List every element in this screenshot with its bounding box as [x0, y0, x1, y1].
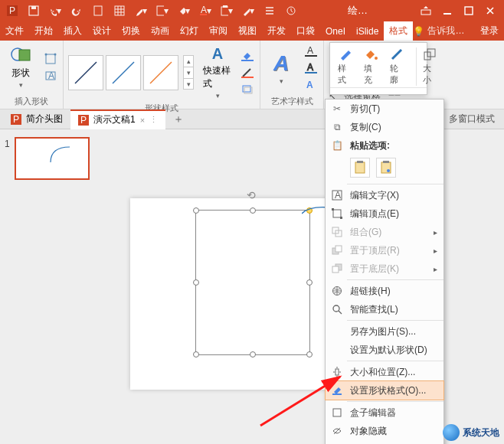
svg-text:P: P — [13, 114, 19, 125]
resize-handle[interactable] — [306, 279, 313, 286]
pagesetup-icon[interactable]: ▾ — [156, 5, 169, 17]
tab-onekey[interactable]: OneI — [320, 21, 351, 41]
resize-handle[interactable] — [250, 207, 256, 214]
tab-slideshow[interactable]: 幻灯 — [175, 21, 204, 41]
window-controls — [412, 2, 504, 20]
group-insert-shape: 形状▾ A 插入形状 — [0, 41, 64, 109]
mini-format-toolbar: 样式 填充 轮廓 大小 — [329, 42, 427, 95]
rotate-handle-icon[interactable]: ⟲ — [247, 189, 256, 201]
save-icon[interactable] — [28, 5, 40, 17]
tab-pocket[interactable]: 口袋 — [291, 21, 320, 41]
paste-icon: 📋 — [330, 140, 344, 151]
menu-cut[interactable]: ✂剪切(T) — [326, 100, 443, 118]
svg-rect-39 — [427, 49, 435, 57]
menu-edit-text[interactable]: A编辑文字(X) — [326, 186, 443, 204]
globe-icon — [443, 424, 460, 441]
size-button[interactable]: 大小 — [416, 47, 437, 86]
shape-fill-icon[interactable] — [240, 48, 255, 64]
text-fill-icon[interactable]: A — [303, 44, 319, 59]
paste-picture[interactable] — [376, 158, 396, 178]
autosave-icon[interactable] — [285, 5, 297, 17]
bulb-icon: 💡 — [413, 26, 424, 37]
menu-size-position[interactable]: 大小和位置(Z)... — [326, 363, 443, 381]
app-icon: P — [6, 5, 18, 17]
svg-text:A: A — [306, 80, 313, 90]
tab-animation[interactable]: 动画 — [146, 21, 175, 41]
close-icon[interactable] — [481, 2, 499, 20]
svg-point-48 — [387, 169, 390, 172]
paste-dest-theme[interactable] — [350, 158, 370, 178]
close-tab-icon[interactable]: × — [140, 116, 145, 125]
chevron-up-icon: ▴ — [183, 55, 194, 67]
menu-edit-points[interactable]: 编辑顶点(E) — [326, 204, 443, 223]
fill-button[interactable]: 填充 — [364, 47, 379, 86]
tab-transition[interactable]: 切换 — [116, 21, 146, 41]
tab-format[interactable]: 格式 — [384, 21, 413, 41]
tab-menu-icon[interactable]: ⋮ — [149, 115, 158, 125]
gallery-scroll[interactable]: ▴▾▾ — [183, 55, 194, 90]
slide-thumbnail[interactable]: 1 — [5, 137, 95, 180]
wordart-gallery[interactable]: A ▾ — [265, 50, 297, 87]
menu-lock-object[interactable]: 对象加锁 — [326, 440, 443, 444]
tab-view[interactable]: 视图 — [233, 21, 262, 41]
quick-styles-button[interactable]: A 快速样式▾ — [201, 44, 234, 101]
doc-tab-2[interactable]: P 演示文稿1 × ⋮ — [70, 109, 165, 129]
resize-handle[interactable] — [193, 351, 199, 357]
style-button[interactable]: 样式 — [338, 47, 353, 86]
edit-shape-icon[interactable] — [43, 51, 58, 67]
menu-smart-lookup[interactable]: 智能查找(L) — [326, 300, 443, 318]
shape-style-gallery[interactable] — [68, 55, 178, 90]
outline-button[interactable]: 轮廓 — [390, 47, 405, 86]
resize-handle[interactable] — [250, 351, 256, 357]
menu-hyperlink[interactable]: 超链接(H) — [326, 282, 443, 300]
ribbon-options-icon[interactable] — [417, 2, 435, 20]
paintbucket-icon[interactable]: ▾ — [178, 5, 190, 17]
fontcolor-icon[interactable]: A▾ — [199, 5, 211, 17]
login-button[interactable]: 登录 — [475, 21, 504, 41]
hyperlink-icon — [330, 286, 344, 296]
shape-outline-icon[interactable] — [240, 65, 255, 80]
textbox-icon[interactable]: A — [43, 68, 58, 83]
new-slide-icon[interactable] — [92, 5, 104, 17]
tab-home[interactable]: 开始 — [29, 21, 58, 41]
tab-developer[interactable]: 开发 — [262, 21, 291, 41]
undo-icon[interactable]: ▾ — [49, 5, 61, 17]
add-tab-button[interactable]: ＋ — [165, 113, 191, 126]
resize-handle[interactable] — [193, 207, 199, 214]
svg-line-23 — [75, 62, 97, 83]
redo-icon[interactable] — [70, 5, 83, 17]
doc-tab-1[interactable]: P 简介头图 — [3, 109, 70, 129]
table-icon[interactable] — [113, 5, 126, 17]
menu-box-editor[interactable]: 盒子编辑器 — [326, 403, 443, 422]
menu-set-default[interactable]: 设置为默认形状(D) — [326, 341, 443, 359]
menu-hide-object[interactable]: 对象隐藏 — [326, 422, 443, 440]
menu-copy[interactable]: ⧉复制(C) — [326, 118, 443, 136]
resize-handle[interactable] — [193, 279, 199, 286]
list-icon[interactable] — [263, 5, 276, 17]
svg-rect-27 — [241, 77, 254, 78]
group-wordart-styles: A ▾ A A A 艺术字样式 — [260, 41, 324, 109]
tab-review[interactable]: 审阅 — [204, 21, 233, 41]
thumbnail-pane[interactable]: 1 — [0, 129, 100, 444]
shapes-button[interactable]: 形状▾ — [5, 44, 37, 90]
text-outline-icon[interactable]: A — [303, 60, 319, 76]
eyedropper-icon[interactable]: ▾ — [135, 5, 147, 17]
tab-islide[interactable]: iSlide — [351, 21, 384, 41]
svg-rect-59 — [332, 266, 339, 273]
clipboard-icon[interactable]: ▾ — [221, 5, 233, 17]
menu-send-back: 置于底层(K)▸ — [326, 260, 443, 278]
tell-me[interactable]: 💡告诉我… — [413, 21, 464, 41]
selected-shape[interactable]: ⟲ — [195, 210, 310, 355]
shape-effects-icon[interactable] — [240, 82, 255, 97]
menu-format-shape[interactable]: 设置形状格式(O)... — [326, 381, 443, 400]
wand-icon[interactable]: ▾ — [242, 5, 254, 17]
resize-handle[interactable] — [306, 351, 313, 357]
tab-file[interactable]: 文件 — [0, 21, 29, 41]
multi-window-button[interactable]: 多窗口模式 — [443, 113, 501, 126]
menu-save-as-picture[interactable]: 另存为图片(S)... — [326, 322, 443, 341]
tab-insert[interactable]: 插入 — [58, 21, 87, 41]
tab-design[interactable]: 设计 — [87, 21, 116, 41]
maximize-icon[interactable] — [460, 2, 478, 20]
text-effects-icon[interactable]: A — [303, 77, 319, 93]
minimize-icon[interactable] — [438, 2, 457, 20]
